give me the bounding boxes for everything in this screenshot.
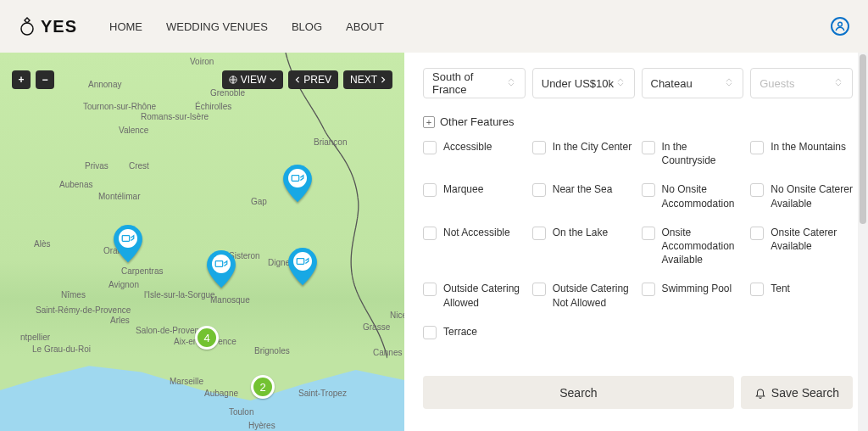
filters-panel: South of France Under US$10k Chateau Gue…	[404, 53, 868, 431]
sort-icon	[506, 78, 515, 88]
view-button[interactable]: VIEW	[222, 70, 284, 89]
feature-label: Marquee	[443, 182, 483, 196]
feature-checkbox[interactable]: Swimming Pool	[642, 282, 744, 309]
map-place-label: ntpellier	[20, 333, 50, 342]
logo-text: YES	[41, 17, 77, 36]
feature-checkbox[interactable]: Tent	[750, 282, 853, 309]
feature-checkbox[interactable]: In the Mountains	[750, 140, 853, 167]
map-place-label: Nîmes	[61, 290, 86, 299]
save-search-label: Save Search	[771, 386, 839, 400]
filters-row: South of France Under US$10k Chateau Gue…	[423, 68, 853, 98]
map-cluster[interactable]: 4	[195, 326, 219, 350]
feature-label: Outside Catering Allowed	[443, 282, 526, 309]
feature-checkbox[interactable]: Onsite Accommodation Available	[642, 226, 744, 267]
sort-icon	[833, 78, 843, 88]
globe-icon	[229, 76, 237, 84]
map-place-label: Carpentras	[121, 266, 163, 276]
budget-select[interactable]: Under US$10k	[532, 68, 635, 98]
feature-checkbox[interactable]: Onsite Caterer Available	[750, 226, 853, 267]
nav-wedding-venues[interactable]: WEDDING VENUES	[166, 20, 268, 33]
guests-select[interactable]: Guests	[750, 68, 853, 98]
svg-point-6	[212, 255, 231, 273]
feature-label: Outside Catering Not Allowed	[553, 282, 635, 309]
ring-icon	[17, 16, 37, 36]
scrollbar-track[interactable]	[858, 53, 868, 431]
location-value: South of France	[432, 70, 506, 96]
map-place-label: Aubenas	[59, 180, 92, 189]
feature-checkbox[interactable]: Not Accessible	[423, 226, 526, 267]
map-place-label: Tournon-sur-Rhône	[83, 102, 156, 111]
feature-checkbox[interactable]: Near the Sea	[532, 182, 635, 210]
feature-checkbox[interactable]: In the City Center	[532, 140, 635, 167]
prev-button[interactable]: PREV	[288, 70, 338, 89]
map-pin[interactable]	[207, 250, 236, 288]
checkbox-icon	[532, 183, 546, 197]
checkbox-icon	[423, 227, 437, 240]
feature-checkbox[interactable]: On the Lake	[532, 226, 635, 267]
sort-icon	[724, 78, 734, 88]
map-place-label: Alès	[34, 239, 50, 249]
feature-checkbox[interactable]: No Onsite Caterer Available	[750, 182, 853, 210]
checkbox-icon	[750, 283, 764, 296]
checkbox-icon	[642, 283, 655, 296]
svg-point-8	[293, 252, 312, 271]
feature-checkbox[interactable]: Outside Catering Allowed	[423, 282, 526, 309]
budget-value: Under US$10k	[542, 77, 614, 90]
features-grid: AccessibleIn the City CenterIn the Count…	[423, 140, 853, 339]
nav-home[interactable]: HOME	[109, 20, 142, 33]
feature-label: In the Mountains	[771, 140, 846, 154]
sort-icon	[615, 78, 626, 88]
checkbox-icon	[423, 183, 437, 197]
map-border	[184, 53, 387, 431]
svg-point-2	[288, 169, 307, 188]
checkbox-icon	[423, 283, 437, 296]
next-button[interactable]: NEXT	[343, 70, 392, 89]
feature-checkbox[interactable]: In the Countryside	[642, 140, 744, 167]
map-pin[interactable]	[288, 248, 317, 285]
feature-label: No Onsite Caterer Available	[771, 182, 853, 210]
nav-blog[interactable]: BLOG	[292, 20, 322, 33]
search-button[interactable]: Search	[423, 376, 734, 409]
feature-checkbox[interactable]: Outside Catering Not Allowed	[532, 282, 635, 309]
location-select[interactable]: South of France	[423, 68, 526, 98]
checkbox-icon	[750, 183, 764, 197]
zoom-out-button[interactable]: −	[36, 70, 54, 89]
logo[interactable]: YES	[17, 16, 77, 36]
feature-label: Tent	[771, 282, 790, 295]
feature-label: On the Lake	[553, 226, 608, 239]
main-nav: HOME WEDDING VENUES BLOG ABOUT	[109, 20, 384, 33]
other-features-toggle[interactable]: + Other Features	[423, 115, 853, 128]
map-place-label: Crest	[129, 161, 149, 171]
nav-about[interactable]: ABOUT	[346, 20, 384, 33]
feature-checkbox[interactable]: Accessible	[423, 140, 526, 167]
next-label: NEXT	[350, 74, 377, 86]
map-cluster[interactable]: 2	[251, 375, 275, 399]
type-select[interactable]: Chateau	[642, 68, 744, 98]
svg-point-1	[838, 22, 843, 26]
feature-label: Swimming Pool	[662, 282, 732, 295]
feature-label: Terrace	[443, 325, 477, 339]
map[interactable]: VoironAnnonayGrenobleTournon-sur-RhôneÉc…	[0, 53, 404, 431]
save-search-button[interactable]: Save Search	[741, 376, 853, 409]
prev-label: PREV	[303, 74, 331, 86]
zoom-in-button[interactable]: +	[12, 70, 31, 89]
bell-icon	[754, 387, 766, 399]
scrollbar-thumb[interactable]	[860, 54, 866, 224]
feature-checkbox[interactable]: Marquee	[423, 182, 526, 210]
svg-point-0	[21, 23, 33, 35]
checkbox-icon	[750, 227, 764, 240]
feature-label: Near the Sea	[553, 182, 613, 196]
feature-checkbox[interactable]: No Onsite Accommodation	[642, 182, 744, 210]
chevron-right-icon	[381, 76, 386, 83]
user-account-icon[interactable]	[831, 17, 849, 36]
checkbox-icon	[532, 227, 546, 240]
feature-label: Not Accessible	[443, 226, 510, 239]
map-pin[interactable]	[283, 165, 312, 202]
map-place-label: Privas	[85, 161, 108, 171]
chevron-left-icon	[295, 76, 300, 83]
map-pin[interactable]	[114, 225, 142, 262]
zoom-controls: + −	[12, 70, 54, 89]
feature-label: In the Countryside	[662, 140, 744, 167]
feature-checkbox[interactable]: Terrace	[423, 325, 526, 339]
feature-label: Onsite Caterer Available	[771, 226, 853, 253]
